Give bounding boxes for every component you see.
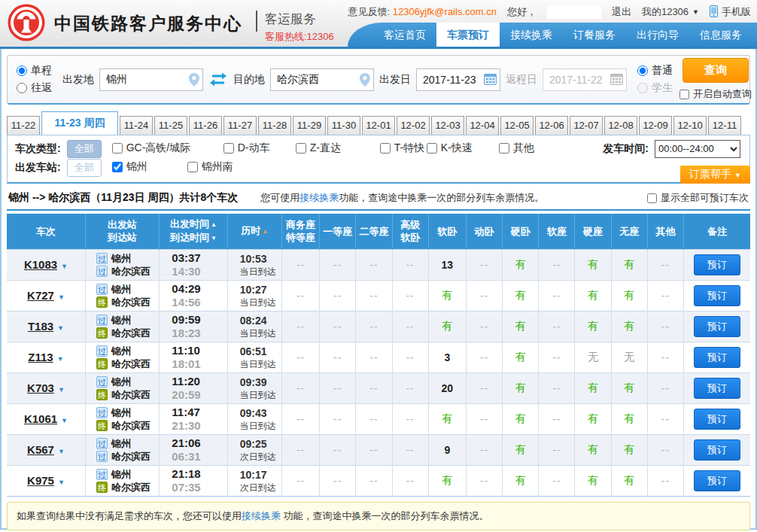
nav-item[interactable]: 客运首页	[373, 23, 436, 47]
train-type-checkbox[interactable]	[427, 143, 437, 154]
oneway-radio-input[interactable]	[17, 65, 27, 76]
station-option[interactable]: 锦州南	[187, 160, 263, 174]
train-type-all-badge[interactable]: 全部	[67, 140, 102, 158]
train-type-option[interactable]: Z-直达	[296, 141, 380, 155]
date-tab[interactable]: 11-29	[293, 116, 326, 135]
book-button[interactable]: 预订	[694, 316, 740, 337]
chevron-down-icon[interactable]: ▼	[58, 479, 65, 486]
date-tab[interactable]: 12-06	[535, 116, 568, 135]
station-checkbox[interactable]	[112, 162, 123, 172]
nav-item[interactable]: 出行向导	[626, 23, 689, 47]
sort-asc-icon[interactable]: ▲	[262, 228, 268, 235]
booking-helper-button[interactable]: 订票帮手▼	[680, 166, 750, 184]
chevron-down-icon[interactable]: ▼	[57, 324, 64, 332]
book-button[interactable]: 预订	[694, 470, 740, 491]
pin-icon[interactable]	[360, 73, 370, 90]
date-tab[interactable]: 12-04	[466, 116, 499, 135]
transfer-link[interactable]: 接续换乘	[299, 192, 339, 203]
train-type-option[interactable]: K-快速	[427, 141, 499, 155]
show-all-checkbox[interactable]	[647, 193, 657, 203]
date-tab[interactable]: 11-30	[327, 116, 360, 135]
date-tab[interactable]: 11-28	[258, 116, 291, 135]
train-code-link[interactable]: T183	[28, 320, 53, 333]
chevron-down-icon[interactable]: ▼	[57, 355, 64, 363]
date-tab[interactable]: 12-11	[708, 116, 741, 135]
train-code-link[interactable]: Z113	[28, 351, 53, 363]
date-tab[interactable]: 12-10	[673, 116, 707, 135]
train-code-link[interactable]: K1083	[24, 258, 57, 271]
train-code-link[interactable]: K727	[27, 289, 54, 302]
student-radio-input[interactable]	[637, 83, 648, 93]
column-header[interactable]: 出发时间▲到达时间▼	[160, 214, 227, 249]
station-all-badge[interactable]: 全部	[67, 159, 102, 177]
query-button[interactable]: 查询	[683, 58, 749, 83]
from-city-input[interactable]	[99, 68, 203, 91]
train-type-checkbox[interactable]	[112, 143, 123, 154]
auto-query-option[interactable]: 开启自动查询	[679, 87, 752, 101]
station-checkbox[interactable]	[187, 162, 198, 172]
chevron-down-icon[interactable]: ▼	[61, 417, 68, 424]
train-type-checkbox[interactable]	[380, 143, 391, 154]
book-button[interactable]: 预订	[694, 378, 740, 399]
date-tab[interactable]: 12-02	[397, 116, 430, 135]
column-header[interactable]: 历时▲	[227, 214, 281, 249]
train-type-checkbox[interactable]	[499, 143, 509, 154]
train-type-option[interactable]: GC-高铁/城际	[112, 141, 223, 155]
train-code-link[interactable]: K1061	[24, 412, 57, 425]
sort-desc-icon[interactable]: ▼	[211, 235, 217, 242]
date-tab[interactable]: 12-01	[362, 116, 395, 135]
transfer-link[interactable]: 接续换乘	[242, 510, 281, 521]
date-tab[interactable]: 11-24	[120, 116, 153, 135]
train-type-checkbox[interactable]	[296, 143, 306, 154]
swap-icon[interactable]	[209, 73, 227, 87]
date-tab[interactable]: 12-09	[639, 116, 672, 135]
date-tab[interactable]: 11-22	[7, 116, 40, 135]
date-tab[interactable]: 12-05	[500, 116, 534, 135]
train-type-option[interactable]: D-动车	[223, 141, 296, 155]
my12306-menu[interactable]: 我的12306▼	[642, 5, 699, 19]
date-tab[interactable]: 12-03	[431, 116, 464, 135]
train-type-option[interactable]: 其他	[499, 141, 552, 155]
chevron-down-icon[interactable]: ▼	[58, 448, 65, 455]
date-tab[interactable]: 12-07	[570, 116, 603, 135]
sort-asc-icon[interactable]: ▲	[211, 221, 217, 228]
train-type-checkbox[interactable]	[223, 143, 234, 154]
roundtrip-radio[interactable]: 往返	[17, 81, 52, 95]
depart-time-select[interactable]: 00:00--24:00	[655, 140, 740, 158]
chevron-down-icon[interactable]: ▼	[61, 263, 68, 270]
train-code-link[interactable]: K703	[27, 382, 54, 394]
date-tab[interactable]: 12-08	[604, 116, 637, 135]
nav-item[interactable]: 接续换乘	[500, 23, 563, 47]
auto-query-checkbox[interactable]	[679, 90, 689, 99]
train-type-option[interactable]: T-特快	[380, 141, 427, 155]
book-button[interactable]: 预订	[694, 409, 740, 430]
nav-item[interactable]: 订餐服务	[563, 23, 626, 47]
date-tab[interactable]: 11-25	[154, 116, 187, 135]
train-code-link[interactable]: K567	[27, 443, 54, 456]
book-button[interactable]: 预订	[694, 439, 740, 461]
oneway-radio[interactable]: 单程	[17, 64, 52, 78]
mobile-version-link[interactable]: 手机版	[710, 5, 751, 20]
feedback-email-link[interactable]: 12306yjfk@rails.com.cn	[393, 6, 497, 17]
normal-radio[interactable]: 普通	[637, 64, 673, 78]
date-tab[interactable]: 11-27	[223, 116, 257, 135]
pin-icon[interactable]	[189, 73, 199, 90]
date-tab[interactable]: 11-23 周四	[41, 111, 118, 135]
show-all-option[interactable]: 显示全部可预订车次	[647, 191, 749, 205]
calendar-icon[interactable]	[484, 73, 497, 88]
nav-item[interactable]: 信息服务	[689, 23, 752, 47]
book-button[interactable]: 预订	[694, 285, 740, 306]
logout-link[interactable]: 退出	[612, 5, 631, 19]
chevron-down-icon[interactable]: ▼	[58, 386, 65, 394]
nav-item[interactable]: 车票预订	[436, 23, 500, 47]
station-option[interactable]: 锦州	[112, 160, 187, 174]
train-code-link[interactable]: K975	[27, 474, 54, 487]
date-tab[interactable]: 11-26	[189, 116, 222, 135]
book-button[interactable]: 预订	[694, 347, 740, 368]
chevron-down-icon[interactable]: ▼	[58, 293, 65, 301]
student-radio[interactable]: 学生	[637, 81, 673, 95]
to-city-input[interactable]	[270, 68, 374, 91]
normal-radio-input[interactable]	[637, 65, 648, 76]
book-button[interactable]: 预订	[694, 254, 740, 275]
roundtrip-radio-input[interactable]	[17, 83, 27, 93]
